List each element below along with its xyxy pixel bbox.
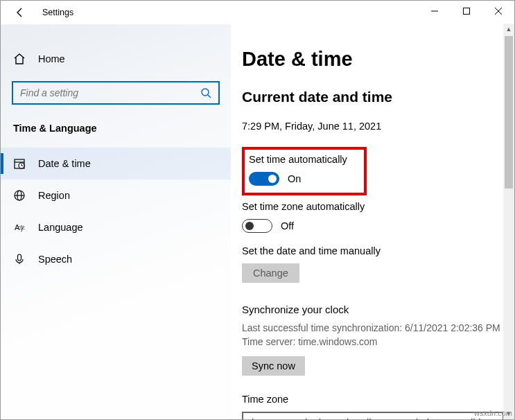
scrollbar-thumb[interactable] bbox=[505, 36, 513, 189]
home-icon bbox=[13, 53, 26, 65]
highlight-annotation: Set time automatically On bbox=[242, 147, 367, 195]
set-tz-auto-toggle[interactable] bbox=[242, 219, 272, 233]
set-time-auto-state: On bbox=[288, 173, 301, 184]
svg-text:字: 字 bbox=[19, 225, 25, 232]
main-content: Date & time Current date and time 7:29 P… bbox=[231, 24, 514, 419]
calendar-clock-icon bbox=[13, 157, 26, 170]
maximize-icon bbox=[463, 8, 470, 15]
timezone-select[interactable]: (UTC+05:30) Chennai, Kolkata, Mumbai, Ne… bbox=[242, 412, 504, 419]
sidebar-item-region[interactable]: Region bbox=[1, 180, 231, 211]
svg-rect-16 bbox=[18, 254, 21, 261]
scroll-up-icon[interactable]: ▲ bbox=[503, 24, 514, 35]
toggle-knob bbox=[245, 222, 254, 230]
sidebar-item-label: Language bbox=[38, 222, 83, 233]
window-controls bbox=[419, 1, 514, 21]
timezone-label: Time zone bbox=[242, 394, 514, 405]
sync-now-button[interactable]: Sync now bbox=[242, 356, 305, 376]
toggle-knob bbox=[268, 175, 277, 183]
sidebar-item-label: Date & time bbox=[38, 158, 91, 169]
search-box[interactable] bbox=[12, 81, 220, 105]
window-title: Settings bbox=[42, 8, 73, 17]
page-title: Date & time bbox=[242, 48, 514, 71]
microphone-icon bbox=[13, 253, 26, 265]
arrow-left-icon bbox=[15, 7, 26, 18]
sidebar-item-language[interactable]: A字 Language bbox=[1, 211, 231, 243]
set-manual-label: Set the date and time manually bbox=[242, 245, 514, 256]
sidebar-item-label: Region bbox=[38, 190, 70, 201]
sidebar-item-speech[interactable]: Speech bbox=[1, 243, 231, 275]
sidebar-item-date-time[interactable]: Date & time bbox=[1, 148, 231, 180]
svg-line-5 bbox=[208, 95, 211, 98]
minimize-icon bbox=[431, 8, 438, 15]
home-label: Home bbox=[38, 53, 65, 64]
minimize-button[interactable] bbox=[419, 1, 451, 21]
section-current-heading: Current date and time bbox=[242, 89, 514, 105]
change-button[interactable]: Change bbox=[242, 263, 299, 283]
search-icon bbox=[200, 87, 211, 98]
sync-heading: Synchronize your clock bbox=[242, 304, 514, 315]
window-body: Home Time & Language Date & time Region bbox=[1, 24, 514, 419]
svg-point-4 bbox=[202, 89, 209, 96]
current-datetime-value: 7:29 PM, Friday, June 11, 2021 bbox=[242, 121, 514, 132]
set-tz-auto-state: Off bbox=[281, 220, 294, 231]
set-time-auto-toggle-row: On bbox=[249, 172, 357, 186]
search-input[interactable] bbox=[20, 87, 200, 98]
language-icon: A字 bbox=[13, 221, 26, 234]
set-tz-auto-toggle-row: Off bbox=[242, 219, 514, 233]
title-bar: Settings bbox=[1, 1, 514, 24]
sidebar-items: Date & time Region A字 Language Speech bbox=[1, 148, 231, 275]
globe-icon bbox=[13, 189, 26, 202]
settings-window: Settings Home Time & Language bbox=[0, 0, 515, 420]
vertical-scrollbar[interactable]: ▲ ▼ bbox=[503, 24, 514, 419]
sync-server-label: Time server: time.windows.com bbox=[242, 335, 514, 349]
set-time-auto-toggle[interactable] bbox=[249, 172, 279, 186]
back-button[interactable] bbox=[10, 3, 30, 22]
set-tz-auto-label: Set time zone automatically bbox=[242, 201, 514, 212]
sidebar-search bbox=[12, 81, 220, 105]
sidebar-home[interactable]: Home bbox=[1, 45, 231, 73]
watermark: wsxdn.com bbox=[474, 409, 512, 417]
sidebar: Home Time & Language Date & time Region bbox=[1, 24, 231, 419]
close-button[interactable] bbox=[482, 1, 514, 21]
close-icon bbox=[495, 8, 502, 15]
set-time-auto-label: Set time automatically bbox=[249, 154, 357, 165]
svg-rect-1 bbox=[464, 8, 470, 15]
sidebar-item-label: Speech bbox=[38, 254, 72, 265]
sidebar-group-label: Time & Language bbox=[1, 123, 231, 134]
sync-last-label: Last successful time synchronization: 6/… bbox=[242, 321, 514, 335]
maximize-button[interactable] bbox=[451, 1, 482, 21]
